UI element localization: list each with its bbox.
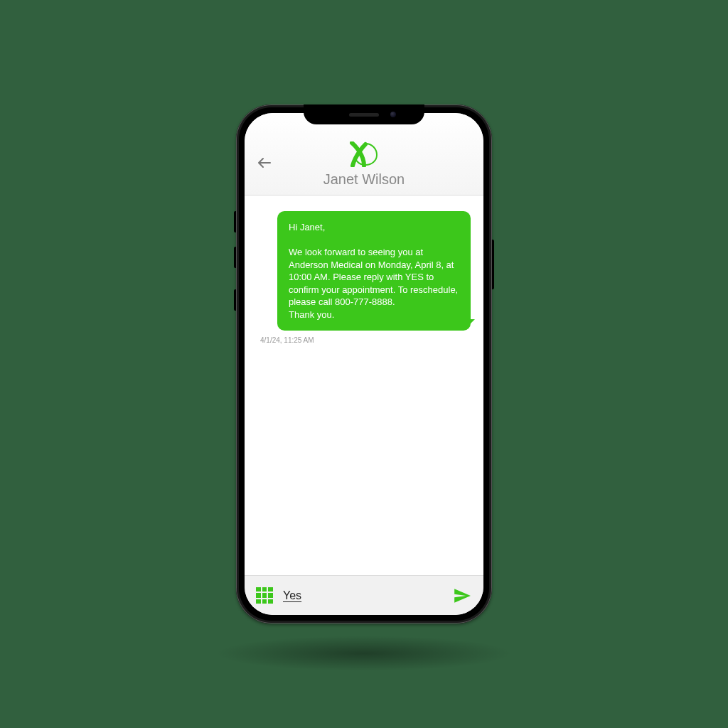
compose-bar: [245, 575, 483, 615]
phone-camera: [390, 112, 396, 117]
keypad-button[interactable]: [256, 587, 273, 604]
phone-speaker: [349, 113, 379, 117]
back-arrow-icon: [256, 154, 273, 171]
keypad-dot-icon: [256, 587, 261, 592]
back-button[interactable]: [255, 153, 274, 173]
contact-name: Janet Wilson: [255, 171, 473, 188]
send-button[interactable]: [452, 586, 472, 606]
phone-shadow: [215, 636, 513, 671]
message-bubble-outgoing: Hi Janet, We look forward to seeing you …: [277, 211, 471, 331]
app-screen: Janet Wilson Hi Janet, We look forward t…: [245, 113, 483, 615]
conversation-header: Janet Wilson: [245, 113, 483, 196]
compose-input[interactable]: [283, 589, 442, 602]
send-icon: [453, 587, 471, 605]
conversation-thread[interactable]: Hi Janet, We look forward to seeing you …: [245, 196, 483, 575]
app-logo-icon: [350, 141, 378, 167]
phone-notch: [304, 105, 424, 124]
phone-device-frame: Janet Wilson Hi Janet, We look forward t…: [236, 105, 492, 623]
message-timestamp: 4/1/24, 11:25 AM: [260, 336, 471, 344]
